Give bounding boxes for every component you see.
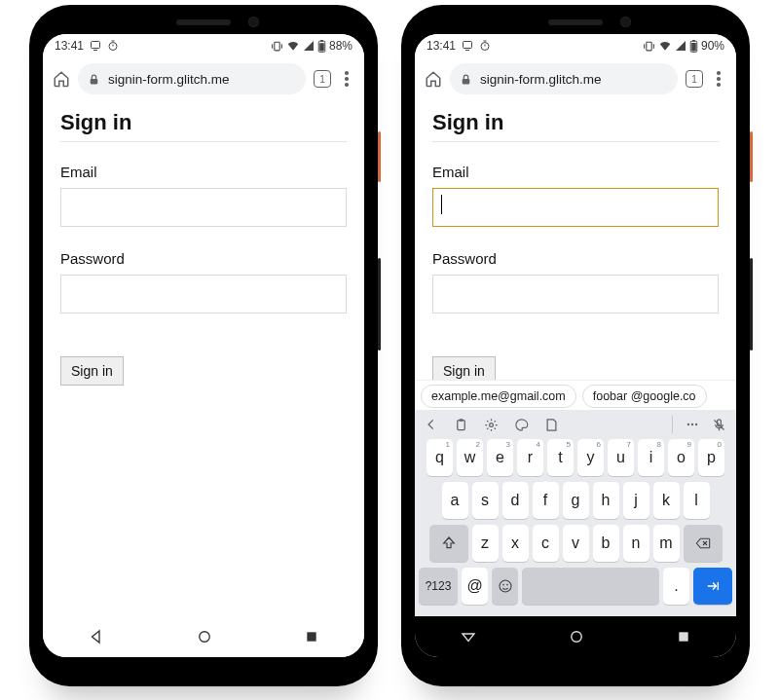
menu-icon[interactable] xyxy=(339,71,354,87)
key-y[interactable]: y6 xyxy=(577,439,604,476)
browser-chrome: signin-form.glitch.me 1 xyxy=(415,57,736,102)
svg-point-21 xyxy=(687,424,689,425)
key-superscript: 8 xyxy=(657,440,661,449)
enter-key[interactable] xyxy=(693,568,732,605)
key-s[interactable]: s xyxy=(472,482,499,519)
next-icon xyxy=(704,579,722,593)
key-b[interactable]: b xyxy=(593,525,619,562)
autofill-suggestions: example.me@gmail.com foobar @google.co xyxy=(415,380,736,410)
key-q[interactable]: q1 xyxy=(427,439,453,476)
key-w[interactable]: w2 xyxy=(457,439,483,476)
nav-recent-icon[interactable] xyxy=(304,629,319,645)
at-key[interactable]: @ xyxy=(462,568,488,605)
clipboard-icon[interactable] xyxy=(454,418,468,432)
tab-count[interactable]: 1 xyxy=(314,70,331,88)
key-l[interactable]: l xyxy=(684,482,710,519)
phone-speaker xyxy=(176,19,231,25)
key-k[interactable]: k xyxy=(653,482,680,519)
gear-icon[interactable] xyxy=(484,418,499,432)
palette-icon[interactable] xyxy=(514,418,529,432)
nav-home-icon[interactable] xyxy=(568,628,585,645)
home-icon[interactable] xyxy=(53,70,70,88)
dot-key[interactable]: . xyxy=(663,568,689,605)
email-label: Email xyxy=(432,164,719,180)
key-z[interactable]: z xyxy=(472,525,499,562)
keyboard-region: example.me@gmail.com foobar @google.co xyxy=(415,380,736,616)
shift-key[interactable] xyxy=(429,525,468,562)
svg-point-20 xyxy=(490,423,494,426)
text-cursor xyxy=(441,195,442,214)
svg-rect-29 xyxy=(679,632,687,641)
keyboard-toolbar xyxy=(419,414,732,439)
key-superscript: 4 xyxy=(537,440,540,449)
signin-button[interactable]: Sign in xyxy=(60,356,124,386)
lock-icon xyxy=(460,73,472,86)
key-u[interactable]: u7 xyxy=(608,439,634,476)
screenshot-icon xyxy=(462,40,473,52)
key-c[interactable]: c xyxy=(533,525,559,562)
key-m[interactable]: m xyxy=(653,525,680,562)
screen-left: 13:41 88% signin-form.glitch.me xyxy=(43,34,364,657)
phone-left: 13:41 88% signin-form.glitch.me xyxy=(29,5,378,686)
address-bar[interactable]: signin-form.glitch.me xyxy=(450,63,678,94)
svg-rect-19 xyxy=(460,419,464,422)
mic-off-icon[interactable] xyxy=(712,418,726,432)
emoji-icon xyxy=(498,578,513,594)
email-label: Email xyxy=(60,164,347,180)
nav-down-icon[interactable] xyxy=(460,628,477,645)
key-a[interactable]: a xyxy=(442,482,468,519)
signal-icon xyxy=(675,40,686,52)
battery-icon xyxy=(689,40,698,53)
key-f[interactable]: f xyxy=(533,482,559,519)
menu-icon[interactable] xyxy=(711,71,726,87)
note-icon[interactable] xyxy=(544,418,559,432)
key-o[interactable]: o9 xyxy=(668,439,694,476)
tab-count[interactable]: 1 xyxy=(686,70,703,88)
key-r[interactable]: r4 xyxy=(517,439,543,476)
key-x[interactable]: x xyxy=(502,525,529,562)
key-n[interactable]: n xyxy=(623,525,649,562)
backspace-key[interactable] xyxy=(684,525,723,562)
address-bar[interactable]: signin-form.glitch.me xyxy=(78,63,306,94)
timer-icon xyxy=(107,40,119,52)
svg-rect-18 xyxy=(458,420,465,429)
key-superscript: 2 xyxy=(476,440,480,449)
suggestion-chip[interactable]: foobar @google.co xyxy=(582,385,707,408)
emoji-key[interactable] xyxy=(492,568,518,605)
key-e[interactable]: e3 xyxy=(487,439,513,476)
space-key[interactable] xyxy=(522,568,659,605)
symbols-key[interactable]: ?123 xyxy=(419,568,458,605)
key-g[interactable]: g xyxy=(563,482,589,519)
key-t[interactable]: t5 xyxy=(547,439,574,476)
key-d[interactable]: d xyxy=(502,482,529,519)
key-j[interactable]: j xyxy=(623,482,649,519)
key-i[interactable]: i8 xyxy=(638,439,664,476)
nav-recent-icon[interactable] xyxy=(676,629,691,645)
page-content: Sign in Email Password Sign in xyxy=(415,102,736,393)
nav-back-icon[interactable] xyxy=(88,628,105,645)
password-input[interactable] xyxy=(60,275,347,313)
status-time: 13:41 xyxy=(427,39,456,53)
chevron-left-icon[interactable] xyxy=(425,418,438,431)
svg-point-25 xyxy=(500,580,511,592)
home-icon[interactable] xyxy=(425,70,442,88)
svg-rect-3 xyxy=(275,42,279,51)
svg-rect-10 xyxy=(464,42,472,49)
email-input[interactable] xyxy=(60,188,347,227)
email-input[interactable] xyxy=(432,188,719,227)
key-v[interactable]: v xyxy=(563,525,589,562)
svg-point-26 xyxy=(502,584,504,586)
key-superscript: 6 xyxy=(597,440,601,449)
suggestion-chip[interactable]: example.me@gmail.com xyxy=(421,385,576,408)
more-icon[interactable] xyxy=(685,418,700,431)
url-text: signin-form.glitch.me xyxy=(108,72,230,87)
password-input[interactable] xyxy=(432,275,719,313)
nav-home-icon[interactable] xyxy=(196,628,213,645)
status-time: 13:41 xyxy=(55,39,84,53)
svg-rect-17 xyxy=(463,78,470,83)
svg-point-22 xyxy=(691,424,693,425)
key-p[interactable]: p0 xyxy=(698,439,724,476)
key-h[interactable]: h xyxy=(593,482,619,519)
timer-icon xyxy=(479,40,491,52)
svg-rect-11 xyxy=(465,50,469,51)
